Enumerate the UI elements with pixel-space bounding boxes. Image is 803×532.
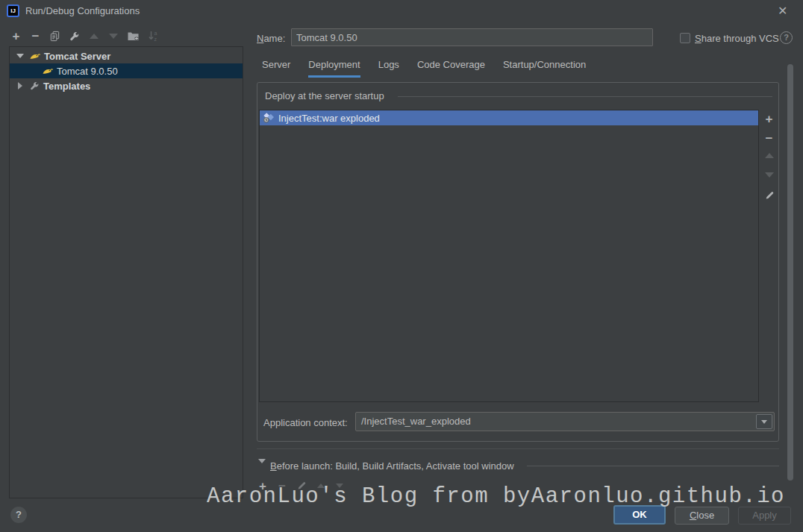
apply-button: Apply (738, 507, 791, 525)
deploy-group-label: Deploy at the server startup (263, 90, 386, 101)
application-context-value: /InjectTest_war_exploded (361, 416, 471, 427)
configurations-tree: Tomcat Server Tomcat 9.0.50 Templates (9, 46, 243, 498)
combo-dropdown-arrow-icon[interactable] (756, 414, 772, 429)
application-context-label: Application context: (263, 417, 348, 428)
list-item-label: InjectTest:war exploded (278, 113, 380, 124)
tree-item-tomcat-server[interactable]: Tomcat Server (10, 48, 243, 63)
edit-defaults-wrench-icon[interactable] (69, 31, 80, 42)
ok-button[interactable]: OK (613, 505, 666, 525)
tree-item-templates[interactable]: Templates (10, 78, 243, 93)
list-item-artifact[interactable]: InjectTest:war exploded (260, 110, 758, 125)
section-divider (257, 448, 779, 449)
before-launch-up-icon (316, 484, 325, 488)
close-button[interactable]: Close (675, 507, 729, 525)
name-input[interactable] (291, 28, 653, 46)
add-configuration-button[interactable]: + (10, 30, 22, 43)
dialog-title: Run/Debug Configurations (25, 5, 140, 16)
svg-text:a: a (154, 31, 157, 36)
sort-alphabetically-icon: az (148, 30, 160, 42)
group-separator-line (398, 96, 772, 97)
svg-text:z: z (154, 37, 157, 42)
share-vcs-checkbox[interactable] (680, 33, 690, 43)
move-artifact-up-icon (764, 153, 774, 158)
remove-artifact-button[interactable]: − (763, 132, 775, 145)
before-launch-down-icon (334, 484, 344, 488)
before-launch-collapse-icon[interactable] (258, 463, 266, 475)
move-artifact-down-icon (764, 172, 774, 178)
close-icon[interactable]: ✕ (778, 4, 787, 18)
wrench-icon (29, 81, 40, 91)
tab-code-coverage[interactable]: Code Coverage (417, 59, 485, 78)
tab-server[interactable]: Server (262, 59, 290, 78)
add-artifact-button[interactable]: + (763, 113, 775, 125)
before-launch-remove-icon: − (277, 480, 287, 492)
tree-item-label: Templates (43, 81, 90, 92)
tab-logs[interactable]: Logs (378, 59, 399, 78)
new-folder-icon[interactable] (127, 31, 140, 42)
deployment-panel: Deploy at the server startup InjectTest:… (257, 82, 779, 442)
configuration-tabs: Server Deployment Logs Code Coverage Sta… (262, 59, 586, 78)
edit-artifact-pencil-icon[interactable] (763, 190, 775, 201)
chevron-collapsed-icon[interactable] (16, 82, 24, 90)
before-launch-label: Before launch: Build, Build Artifacts, A… (270, 460, 514, 472)
vertical-scrollbar-thumb[interactable] (787, 64, 793, 481)
copy-configuration-icon[interactable] (49, 31, 60, 42)
remove-configuration-button[interactable]: − (30, 30, 41, 43)
application-context-combobox[interactable]: /InjectTest_war_exploded (355, 412, 775, 431)
tab-deployment[interactable]: Deployment (308, 59, 360, 78)
tomcat-icon (29, 51, 40, 62)
tab-startup-connection[interactable]: Startup/Connection (503, 59, 586, 78)
intellij-logo-icon: IJ (7, 4, 19, 17)
artifact-icon (263, 112, 275, 124)
tree-item-tomcat-9050[interactable]: Tomcat 9.0.50 (10, 63, 243, 78)
help-button[interactable]: ? (10, 507, 27, 523)
chevron-expanded-icon[interactable] (16, 54, 24, 58)
name-label: Name: (257, 33, 285, 44)
before-launch-line (527, 466, 779, 466)
before-launch-add-button[interactable]: + (257, 480, 268, 492)
run-debug-configurations-dialog: IJ Run/Debug Configurations ✕ + − az Tom… (0, 0, 803, 532)
deploy-artifacts-list: InjectTest:war exploded (259, 110, 759, 402)
tree-item-label: Tomcat Server (44, 51, 110, 62)
tomcat-icon (42, 66, 53, 77)
move-down-icon (107, 34, 119, 39)
before-launch-edit-pencil-icon (296, 481, 307, 491)
tree-item-label: Tomcat 9.0.50 (57, 66, 118, 77)
vcs-help-icon[interactable]: ? (780, 31, 793, 44)
move-up-icon (88, 34, 99, 39)
share-vcs-label: Share through VCS (695, 33, 779, 44)
